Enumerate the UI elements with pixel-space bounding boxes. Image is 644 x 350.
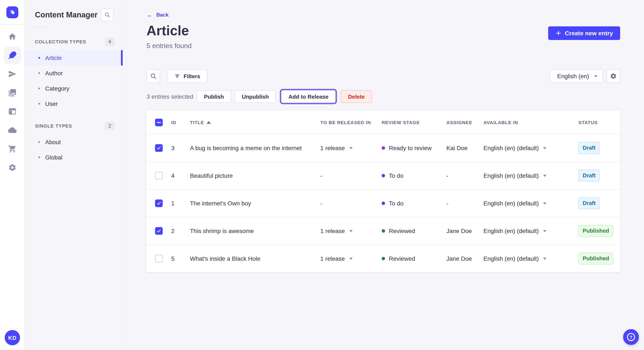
search-icon (150, 73, 157, 80)
cell-release: - (320, 172, 381, 179)
view-settings-button[interactable] (606, 69, 620, 83)
plus-icon (556, 30, 561, 36)
cell-locale: English (en) (default) (482, 200, 578, 207)
row-checkbox[interactable] (155, 227, 163, 235)
sidebar-item-user[interactable]: User (25, 96, 122, 111)
main-content: ← Back Article 5 entries found Create ne… (123, 0, 644, 350)
column-header-id[interactable]: ID (170, 120, 189, 125)
row-checkbox[interactable] (155, 172, 163, 179)
chevron-down-icon (594, 75, 598, 77)
entries-count: 5 entries found (146, 42, 192, 50)
sidebar-item-global[interactable]: Global (25, 150, 122, 165)
sidebar-item-about[interactable]: About (25, 134, 122, 150)
cell-title: Beautiful picture (189, 172, 320, 179)
stage-dot (382, 257, 385, 260)
nav-content-type-builder-button[interactable] (4, 103, 21, 120)
section-label-collection-types: COLLECTION TYPES (35, 39, 86, 44)
column-header-status: STATUS (578, 120, 620, 125)
table-row[interactable]: 3 A bug is becoming a meme on the intern… (146, 134, 620, 162)
cell-locale: English (en) (default) (482, 227, 578, 234)
cell-title: This shrimp is awesome (189, 227, 320, 234)
column-header-to-be-released-in: TO BE RELEASED IN (320, 120, 381, 125)
cell-release: - (320, 200, 381, 207)
cell-assignee: Jane Doe (446, 227, 482, 234)
release-dropdown-caret[interactable] (349, 257, 352, 260)
bullet-icon (38, 157, 40, 158)
app-root: KD Content Manager COLLECTION TYPES 4 Ar… (0, 0, 644, 350)
sidebar-item-category[interactable]: Category (25, 81, 122, 96)
search-button[interactable] (146, 69, 160, 83)
cell-title: The internet's Own boy (189, 200, 320, 207)
help-button[interactable]: ? (623, 329, 639, 345)
question-mark-icon: ? (627, 333, 635, 341)
row-checkbox[interactable] (155, 255, 163, 262)
sidebar-item-author[interactable]: Author (25, 65, 122, 81)
locales-dropdown-caret[interactable] (543, 202, 546, 204)
row-checkbox[interactable] (155, 144, 163, 152)
content-manager-sidebar: Content Manager COLLECTION TYPES 4 Artic… (25, 0, 123, 350)
shopping-cart-icon (8, 145, 16, 153)
locale-select[interactable]: English (en) (550, 69, 603, 83)
cloud-icon (8, 126, 16, 134)
nav-home-button[interactable] (4, 28, 21, 45)
nav-marketplace-button[interactable] (4, 140, 21, 157)
select-all-checkbox[interactable] (155, 118, 163, 126)
cell-id: 1 (170, 200, 189, 207)
nav-deploy-button[interactable] (4, 122, 21, 139)
table-row[interactable]: 4 Beautiful picture - To do - English (e… (146, 162, 620, 189)
nav-media-library-button[interactable] (4, 84, 21, 101)
cell-review-stage: Reviewed (381, 227, 446, 234)
locales-dropdown-caret[interactable] (543, 257, 546, 260)
create-new-entry-button[interactable]: Create new entry (548, 26, 620, 40)
gear-icon (610, 73, 617, 80)
back-arrow-icon: ← (146, 11, 153, 18)
stage-dot (382, 146, 385, 150)
column-header-title[interactable]: TITLE (189, 120, 320, 125)
locales-dropdown-caret[interactable] (543, 230, 546, 232)
cell-id: 3 (170, 145, 189, 151)
user-avatar[interactable]: KD (5, 330, 20, 345)
locales-dropdown-caret[interactable] (543, 175, 546, 177)
cell-assignee: - (446, 200, 482, 207)
cell-assignee: Kai Doe (446, 145, 482, 151)
selection-bar: 3 entries selected Publish Unpublish Add… (146, 90, 620, 103)
column-header-available-in: AVAILABLE IN (482, 120, 578, 125)
sidebar-title: Content Manager (35, 10, 98, 19)
locales-dropdown-caret[interactable] (543, 147, 546, 149)
single-types-section: SINGLE TYPES 2 About Global (25, 122, 122, 165)
status-badge: Draft (578, 142, 600, 154)
release-dropdown-caret[interactable] (349, 230, 352, 232)
back-link[interactable]: ← Back (146, 11, 168, 18)
section-label-single-types: SINGLE TYPES (35, 123, 72, 128)
strapi-logo-icon (8, 8, 16, 16)
row-checkbox[interactable] (155, 199, 163, 207)
unpublish-button[interactable]: Unpublish (234, 90, 276, 103)
nav-releases-button[interactable] (4, 65, 21, 82)
cell-release: 1 release (320, 255, 381, 262)
nav-settings-button[interactable] (4, 159, 21, 176)
sidebar-item-article[interactable]: Article (25, 50, 122, 65)
cell-title: What's inside a Black Hole (189, 255, 320, 262)
column-header-review-stage: REVIEW STAGE (381, 120, 446, 125)
filters-button[interactable]: Filters (167, 69, 208, 83)
cell-id: 5 (170, 255, 189, 262)
table-row[interactable]: 1 The internet's Own boy - To do - Engli… (146, 189, 620, 217)
add-to-release-button[interactable]: Add to Release (281, 90, 336, 103)
sidebar-search-button[interactable] (101, 8, 114, 21)
delete-button[interactable]: Delete (341, 90, 372, 103)
cell-locale: English (en) (default) (482, 145, 578, 151)
publish-button[interactable]: Publish (196, 90, 231, 103)
selection-summary: 3 entries selected (146, 93, 193, 100)
release-dropdown-caret[interactable] (349, 147, 352, 149)
gear-icon (8, 163, 16, 172)
collection-types-count-badge: 4 (105, 37, 114, 46)
column-header-assignee: ASSIGNEE (446, 120, 482, 125)
search-icon (104, 12, 110, 18)
table-row[interactable]: 2 This shrimp is awesome 1 release Revie… (146, 217, 620, 245)
strapi-logo[interactable] (6, 6, 18, 18)
table-row[interactable]: 5 What's inside a Black Hole 1 release R… (146, 245, 620, 272)
bullet-icon (38, 72, 40, 74)
check-icon (156, 228, 162, 233)
cell-id: 4 (170, 172, 189, 179)
nav-content-manager-button[interactable] (4, 47, 21, 64)
